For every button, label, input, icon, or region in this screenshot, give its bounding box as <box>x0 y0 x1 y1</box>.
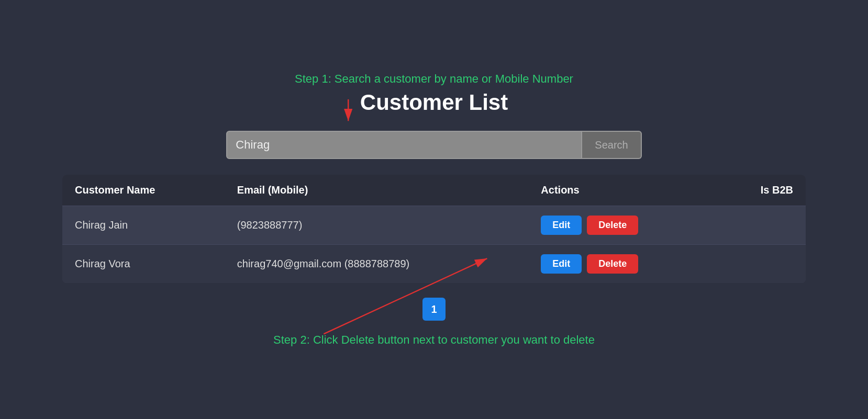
delete-button-row-1[interactable]: Delete <box>587 216 638 235</box>
table-row: Chirag Jain(9823888777)EditDelete <box>62 206 806 245</box>
step2-instruction: Step 2: Click Delete button next to cust… <box>62 333 806 347</box>
pagination-area: 1 <box>62 298 806 321</box>
actions-buttons: EditDelete <box>541 216 704 235</box>
page-1-button[interactable]: 1 <box>422 298 446 321</box>
edit-button-row-1[interactable]: Edit <box>541 216 582 235</box>
cell-is-b2b <box>717 206 806 245</box>
cell-email-mobile: (9823888777) <box>225 206 529 245</box>
search-input[interactable] <box>226 131 582 159</box>
main-container: Step 1: Search a customer by name or Mob… <box>41 56 827 363</box>
col-header-email: Email (Mobile) <box>225 175 529 206</box>
search-area: Search <box>62 131 806 159</box>
cell-customer-name: Chirag Vora <box>62 245 225 284</box>
table-body: Chirag Jain(9823888777)EditDeleteChirag … <box>62 206 806 284</box>
cell-actions: EditDelete <box>528 206 717 245</box>
table-row: Chirag Vorachirag740@gmail.com (88887887… <box>62 245 806 284</box>
customer-table: Customer Name Email (Mobile) Actions Is … <box>62 175 806 283</box>
actions-buttons: EditDelete <box>541 254 704 274</box>
col-header-actions: Actions <box>528 175 717 206</box>
step1-instruction: Step 1: Search a customer by name or Mob… <box>62 72 806 86</box>
edit-button-row-2[interactable]: Edit <box>541 254 582 274</box>
cell-customer-name: Chirag Jain <box>62 206 225 245</box>
search-button[interactable]: Search <box>582 131 641 159</box>
cell-actions: EditDelete <box>528 245 717 284</box>
table-header: Customer Name Email (Mobile) Actions Is … <box>62 175 806 206</box>
cell-is-b2b <box>717 245 806 284</box>
cell-email-mobile: chirag740@gmail.com (8888788789) <box>225 245 529 284</box>
col-header-isb2b: Is B2B <box>717 175 806 206</box>
col-header-name: Customer Name <box>62 175 225 206</box>
page-title: Customer List <box>62 90 806 115</box>
delete-button-row-2[interactable]: Delete <box>587 254 638 274</box>
